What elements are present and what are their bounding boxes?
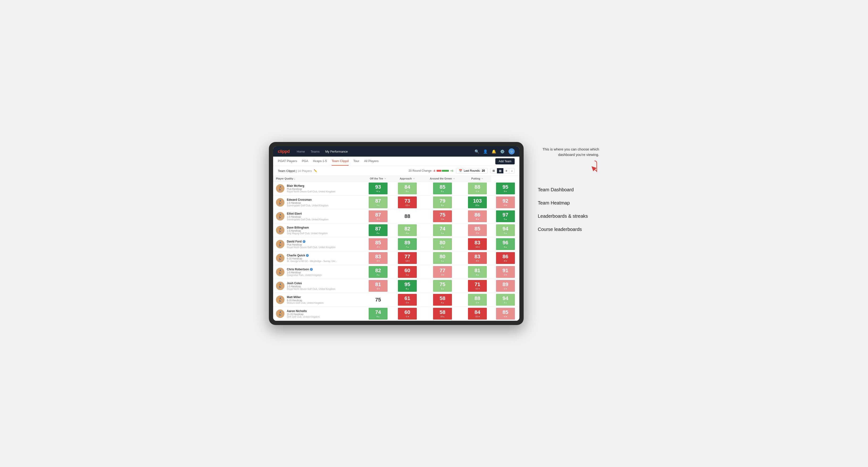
score-value: 77 [440,268,445,273]
score-box: 96 3▲ [496,238,515,250]
score-box-wrapper: 84 6▲ [394,183,421,194]
score-box-wrapper: 95 9▲ [492,183,519,194]
score-change: -8▼ [503,260,507,262]
nav-links: Home Teams My Performance [297,149,474,154]
player-cell[interactable]: 🏌 Dave Billingham 1-5 Handicap Gog Magog… [273,224,363,237]
settings-icon[interactable]: ⚙️ [500,149,505,154]
edit-icon[interactable]: ✏️ [314,169,317,173]
annotation-item-3: Leaderboards & streaks [538,210,599,223]
last-rounds-value: 20 [482,169,485,173]
last-rounds-button[interactable]: 📅 Last Rounds: 20 [456,168,488,174]
player-name: Aaron Nicholls [287,309,360,313]
col-putting[interactable]: Putting → [464,176,492,182]
score-box: 71 -11▼ [468,280,487,292]
score-box: 92 -3▼ [496,196,515,208]
view-heatmap-btn[interactable]: ≡ [503,168,509,173]
score-value: 82 [375,268,381,273]
subnav-hcaps[interactable]: Hcaps 1-5 [313,157,327,165]
score-value: 84 [404,184,410,190]
score-cell: 87 -3▼ [363,210,393,223]
player-handicap: Plus Handicap [287,188,360,190]
search-icon[interactable]: 🔍 [474,149,479,154]
view-download-btn[interactable]: ↓ [509,168,515,173]
col-around-green[interactable]: Around the Green → [422,176,463,182]
subnav-team-clippd[interactable]: Team Clippd [332,157,349,165]
score-cell: 84 -21▼ [464,307,492,321]
player-cell[interactable]: 🏌 Aaron Nicholls 11-15 Handicap Drift Go… [273,308,363,320]
player-cell[interactable]: 🏌 Edward Crossman 1-5 Handicap Sunningda… [273,196,363,209]
view-grid-btn[interactable]: ⊞ [491,168,497,173]
score-change: 9▲ [441,204,444,206]
subnav-pgat[interactable]: PGAT Players [278,157,297,165]
score-value: 60 [404,268,410,273]
score-change: -10▼ [475,246,480,248]
subnav-pga[interactable]: PGA [302,157,308,165]
score-box: 75 -3▼ [433,210,452,222]
score-box-wrapper: 71 -11▼ [464,280,491,292]
col-approach[interactable]: Approach → [393,176,422,182]
score-value: 58 [440,296,445,301]
player-cell[interactable]: 🏌 Josh Coles 1-5 Handicap Royal North De… [273,280,363,292]
nav-link-teams[interactable]: Teams [311,149,319,154]
score-cell: 89 7▲ [393,237,422,251]
sub-nav: PGAT Players PGA Hcaps 1-5 Team Clippd T… [273,157,519,166]
score-box-wrapper: 87 4▲ [364,224,392,236]
table-row: 🏌 Matt Miller 6-10 Handicap Woburn Golf … [273,293,519,307]
player-name: Matt Miller [287,295,360,299]
score-cell: 75 [363,293,393,307]
score-box-wrapper: 88 -1▼ [464,183,491,194]
player-club: Craigmillar Park, United Kingdom [287,274,360,276]
score-value: 83 [375,254,381,259]
score-change: -4▼ [503,315,507,318]
table-row: 🏌 David Ford ✓ Plus Handicap Royal North… [273,237,519,251]
player-cell[interactable]: 🏌 Charlie Quick ✓ 6-10 Handicap St. Geor… [273,252,363,264]
nav-logo[interactable]: clippd [278,149,290,154]
avatar[interactable]: U [508,148,515,154]
score-change: -6▼ [475,260,479,262]
score-value: 83 [474,240,480,245]
col-player-quality[interactable]: Player Quality ↓ [273,176,363,182]
player-cell[interactable]: 🏌 David Ford ✓ Plus Handicap Royal North… [273,238,363,250]
add-team-button[interactable]: Add Team [495,158,515,164]
user-icon[interactable]: 👤 [483,149,488,154]
player-club: Sunningdale Golf Club, United Kingdom [287,218,360,221]
nav-link-performance[interactable]: My Performance [325,149,348,154]
team-title: Team Clippd | 14 Players [278,169,312,173]
annotation-item-2: Team Heatmap [538,196,599,210]
player-avatar: 🏌 [276,184,284,193]
score-change: 4▲ [476,274,479,276]
score-change: +4▲ [376,190,380,192]
score-cell: 77 -3▼ [422,265,463,279]
subnav-all-players[interactable]: All Players [364,157,378,165]
score-change: 4▲ [376,232,379,234]
score-box-wrapper: 81 4▲ [464,266,491,278]
score-value: 80 [440,240,445,245]
round-change: 20 Round Change -5 +5 [408,169,453,173]
score-change: -21▼ [475,315,480,318]
score-cell: 95 9▲ [491,182,519,195]
player-handicap: 1-5 Handicap [287,271,360,274]
team-controls: 20 Round Change -5 +5 📅 Last Rounds: 20 [408,168,515,174]
col-off-tee[interactable]: Off the Tee → [363,176,393,182]
player-cell[interactable]: 🏌 Chris Robertson ✓ 1-5 Handicap Craigmi… [273,266,363,278]
score-box-wrapper: 61 -3▼ [394,294,421,306]
subnav-tour[interactable]: Tour [353,157,359,165]
table-row: 🏌 Dave Billingham 1-5 Handicap Gog Magog… [273,223,519,237]
player-info: Dave Billingham 1-5 Handicap Gog Magog G… [287,226,360,235]
view-table-btn[interactable]: ▦ [497,168,503,173]
player-cell[interactable]: 🏌 Matt Miller 6-10 Handicap Woburn Golf … [273,294,363,306]
player-handicap: 1-5 Handicap [287,285,360,288]
score-change: 3▲ [504,246,507,248]
player-handicap: 6-10 Handicap [287,257,360,260]
bell-icon[interactable]: 🔔 [492,149,496,154]
score-box: 89 7▲ [398,238,417,250]
score-box-wrapper: 75 2▲ [423,280,462,292]
score-box: 103 15▲ [468,196,487,208]
score-box-wrapper: 60 2▲ [394,266,421,278]
player-cell[interactable]: 🏌 Elliot Ebert 1-5 Handicap Sunningdale … [273,210,363,223]
score-box-wrapper: 91 -3▼ [492,266,519,278]
nav-link-home[interactable]: Home [297,149,305,154]
score-change: 6▲ [406,190,409,192]
score-box-wrapper: 80 3▲ [423,238,462,250]
player-cell[interactable]: 🏌 Blair McHarg Plus Handicap Royal North… [273,182,363,195]
